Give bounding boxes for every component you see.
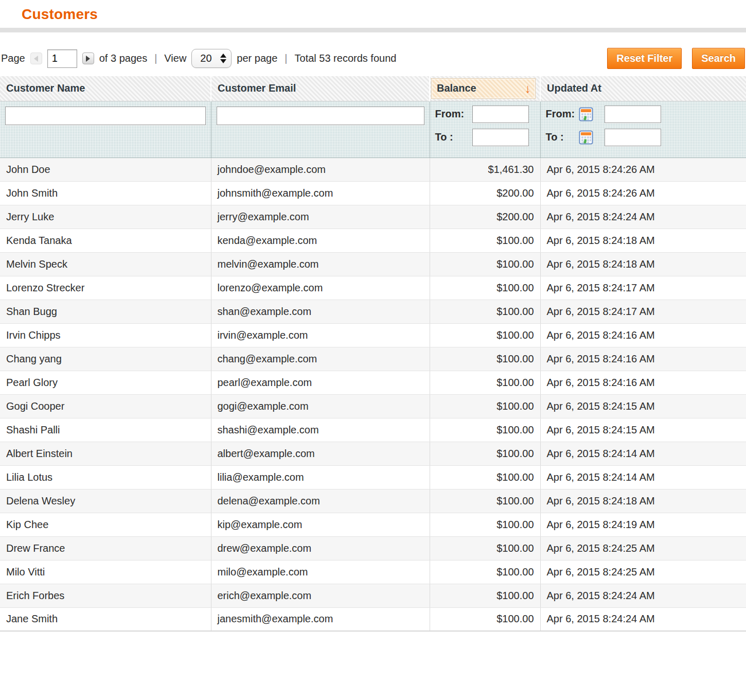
page-header: Customers — [0, 0, 746, 28]
cell-name: John Smith — [0, 181, 211, 205]
filter-cell-name — [0, 101, 211, 157]
table-row[interactable]: Kip Cheekip@example.com$100.00Apr 6, 201… — [0, 513, 746, 536]
cell-updated: Apr 6, 2015 8:24:19 AM — [540, 513, 746, 536]
customers-grid: Customer Name Customer Email Balance ↓ U… — [0, 76, 746, 632]
balance-to-input[interactable] — [472, 129, 529, 146]
table-row[interactable]: Shashi Pallishashi@example.com$100.00Apr… — [0, 418, 746, 442]
cell-balance: $100.00 — [430, 347, 540, 371]
date-from-label: From: — [546, 108, 579, 120]
total-records-text: Total 53 records found — [295, 52, 397, 64]
page-number-input[interactable] — [47, 49, 77, 68]
previous-page-button[interactable] — [30, 52, 42, 64]
column-header-balance[interactable]: Balance ↓ — [430, 76, 540, 101]
cell-updated: Apr 6, 2015 8:24:14 AM — [540, 442, 746, 465]
customer-name-filter-input[interactable] — [5, 107, 206, 125]
cell-updated: Apr 6, 2015 8:24:16 AM — [540, 371, 746, 394]
cell-updated: Apr 6, 2015 8:24:18 AM — [540, 252, 746, 276]
separator: | — [282, 52, 289, 64]
cell-updated: Apr 6, 2015 8:24:15 AM — [540, 394, 746, 418]
sort-desc-arrow-icon: ↓ — [525, 82, 531, 95]
cell-email: albert@example.com — [211, 442, 430, 465]
cell-email: lorenzo@example.com — [211, 276, 430, 300]
table-row[interactable]: Delena Wesleydelena@example.com$100.00Ap… — [0, 489, 746, 513]
table-row[interactable]: Albert Einsteinalbert@example.com$100.00… — [0, 442, 746, 465]
cell-updated: Apr 6, 2015 8:24:16 AM — [540, 323, 746, 347]
column-header-customer-email[interactable]: Customer Email — [211, 76, 430, 101]
balance-from-input[interactable] — [472, 106, 529, 123]
cell-email: chang@example.com — [211, 347, 430, 371]
date-to-calendar-button[interactable] — [579, 130, 593, 145]
cell-email: shashi@example.com — [211, 418, 430, 442]
cell-balance: $100.00 — [430, 229, 540, 252]
next-page-button[interactable] — [82, 52, 94, 64]
customer-email-filter-input[interactable] — [217, 107, 424, 125]
date-to-input[interactable] — [605, 129, 661, 146]
table-row[interactable]: Lorenzo Streckerlorenzo@example.com$100.… — [0, 276, 746, 300]
header-divider-band — [0, 28, 746, 32]
reset-filter-button[interactable]: Reset Filter — [607, 48, 682, 69]
cell-email: janesmith@example.com — [211, 607, 430, 631]
cell-name: Irvin Chipps — [0, 323, 211, 347]
cell-email: drew@example.com — [211, 536, 430, 560]
page-label: Page — [1, 52, 25, 64]
cell-updated: Apr 6, 2015 8:24:25 AM — [540, 536, 746, 560]
date-to-label: To : — [546, 131, 579, 143]
table-row[interactable]: Erich Forbeserich@example.com$100.00Apr … — [0, 584, 746, 607]
table-row[interactable]: Gogi Coopergogi@example.com$100.00Apr 6,… — [0, 394, 746, 418]
filter-cell-balance: From: To : — [430, 101, 540, 157]
cell-name: Delena Wesley — [0, 489, 211, 513]
table-row[interactable]: Drew Francedrew@example.com$100.00Apr 6,… — [0, 536, 746, 560]
cell-balance: $100.00 — [430, 607, 540, 631]
cell-name: Pearl Glory — [0, 371, 211, 394]
cell-email: jerry@example.com — [211, 205, 430, 229]
filter-cell-email — [211, 101, 430, 157]
table-row[interactable]: Pearl Glorypearl@example.com$100.00Apr 6… — [0, 371, 746, 394]
table-row[interactable]: Lilia Lotuslilia@example.com$100.00Apr 6… — [0, 465, 746, 489]
cell-updated: Apr 6, 2015 8:24:17 AM — [540, 300, 746, 323]
select-stepper-icon — [220, 54, 226, 63]
cell-name: John Doe — [0, 157, 211, 181]
table-row[interactable]: Jane Smithjanesmith@example.com$100.00Ap… — [0, 607, 746, 631]
filter-cell-updated-at: From: — [540, 101, 746, 157]
date-from-calendar-button[interactable] — [579, 107, 593, 121]
cell-balance: $200.00 — [430, 205, 540, 229]
table-row[interactable]: John Doejohndoe@example.com$1,461.30Apr … — [0, 157, 746, 181]
balance-to-label: To : — [435, 131, 472, 143]
arrow-right-icon — [86, 56, 90, 62]
cell-email: pearl@example.com — [211, 371, 430, 394]
table-row[interactable]: Shan Buggshan@example.com$100.00Apr 6, 2… — [0, 300, 746, 323]
balance-from-label: From: — [435, 108, 472, 120]
per-page-label: per page — [237, 52, 277, 64]
table-row[interactable]: Kenda Tanakakenda@example.com$100.00Apr … — [0, 229, 746, 252]
cell-email: gogi@example.com — [211, 394, 430, 418]
cell-updated: Apr 6, 2015 8:24:24 AM — [540, 205, 746, 229]
per-page-select[interactable]: 20 — [191, 49, 232, 68]
date-from-input[interactable] — [605, 106, 661, 123]
table-row[interactable]: John Smithjohnsmith@example.com$200.00Ap… — [0, 181, 746, 205]
column-header-updated-at[interactable]: Updated At — [540, 76, 746, 101]
table-row[interactable]: Chang yangchang@example.com$100.00Apr 6,… — [0, 347, 746, 371]
cell-name: Kip Chee — [0, 513, 211, 536]
cell-email: delena@example.com — [211, 489, 430, 513]
cell-updated: Apr 6, 2015 8:24:16 AM — [540, 347, 746, 371]
cell-balance: $100.00 — [430, 536, 540, 560]
cell-balance: $200.00 — [430, 181, 540, 205]
pager: Page of 3 pages | View 20 per page | Tot… — [1, 49, 396, 68]
cell-balance: $100.00 — [430, 394, 540, 418]
cell-email: johndoe@example.com — [211, 157, 430, 181]
table-row[interactable]: Irvin Chippsirvin@example.com$100.00Apr … — [0, 323, 746, 347]
column-header-customer-name[interactable]: Customer Name — [0, 76, 211, 101]
cell-updated: Apr 6, 2015 8:24:17 AM — [540, 276, 746, 300]
table-row[interactable]: Jerry Lukejerry@example.com$200.00Apr 6,… — [0, 205, 746, 229]
cell-updated: Apr 6, 2015 8:24:25 AM — [540, 560, 746, 584]
calendar-icon — [579, 130, 593, 145]
cell-name: Shan Bugg — [0, 300, 211, 323]
table-row[interactable]: Milo Vittimilo@example.com$100.00Apr 6, … — [0, 560, 746, 584]
cell-balance: $100.00 — [430, 418, 540, 442]
cell-name: Gogi Cooper — [0, 394, 211, 418]
cell-updated: Apr 6, 2015 8:24:24 AM — [540, 584, 746, 607]
cell-balance: $100.00 — [430, 252, 540, 276]
table-row[interactable]: Melvin Speckmelvin@example.com$100.00Apr… — [0, 252, 746, 276]
search-button[interactable]: Search — [692, 48, 745, 69]
cell-name: Chang yang — [0, 347, 211, 371]
